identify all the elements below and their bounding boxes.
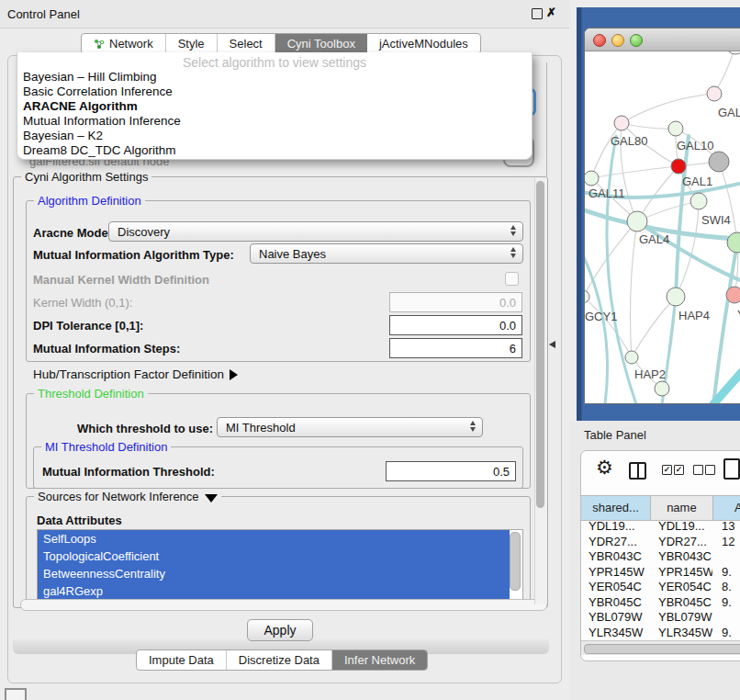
tab-select[interactable]: Select [218,34,275,53]
network-node-gray[interactable] [709,152,729,172]
which-threshold-combo[interactable]: MI Threshold [217,417,483,437]
network-node-GAL1[interactable] [671,159,686,174]
dpi-tolerance-field[interactable]: 0.0 [389,315,522,335]
table-row[interactable]: YBL079WYBL079W [581,610,740,626]
table-row[interactable]: YDR27...YDR27...12 [581,535,740,550]
float-window-icon[interactable] [532,8,543,19]
network-edge[interactable] [622,123,676,129]
mi-steps-label: Mutual Information Steps: [33,342,180,356]
network-node-Y[interactable] [726,287,740,303]
network-node-GAL[interactable] [707,86,722,101]
table-row[interactable]: YLR345WYLR345W9. [581,626,740,641]
table-cell: YPR145W [651,565,712,581]
tab-impute-data[interactable]: Impute Data [137,650,227,670]
table-row[interactable]: YPR145WYPR145W9. [581,565,740,581]
minimize-traffic-light-icon[interactable] [611,34,624,47]
network-node-GAL80[interactable] [614,116,629,130]
zoom-traffic-light-icon[interactable] [630,34,643,47]
tab-jactivemnodules[interactable]: jActiveMNodules [367,34,480,53]
network-node-HAP2[interactable] [625,351,638,364]
network-node-GAL11[interactable] [585,171,599,186]
column-header[interactable]: A [713,496,740,520]
control-panel-titlebar [0,0,569,28]
settings-horizontal-scrollbar[interactable] [20,599,547,611]
aracne-mode-combo[interactable]: Discovery [108,221,523,242]
node-label: HAP4 [678,309,710,322]
algorithm-option[interactable]: Bayesian – K2 [19,129,530,143]
network-window-titlebar[interactable] [585,28,740,51]
network-canvas-svg[interactable]: GALGAL80GAL10GAL1GAL11GAL4SWI4GCY1HAP4YH… [585,51,740,403]
table-row[interactable]: YBR043CYBR043C [581,549,740,565]
settings-scrollbar-thumb[interactable] [536,181,544,508]
network-window[interactable]: GALGAL80GAL10GAL1GAL11GAL4SWI4GCY1HAP4YH… [584,28,740,404]
algorithm-definition-title: Algorithm Definition [34,194,145,208]
control-tabbar: NetworkStyleSelectCyni ToolboxjActiveMNo… [81,33,481,54]
network-edge[interactable] [585,221,637,297]
attribute-item[interactable]: SelfLoops [38,530,510,548]
close-traffic-light-icon[interactable] [593,34,606,47]
network-edge-highlighted[interactable] [637,221,740,286]
manual-kernel-label: Manual Kernel Width Definition [33,273,209,287]
table-row[interactable]: YBR045CYBR045C9. [581,595,740,611]
mi-steps-field[interactable]: 6 [389,338,522,358]
network-edge[interactable] [591,123,622,178]
algorithm-option[interactable]: ARACNE Algorithm [19,99,530,114]
table-horizontal-scrollbar[interactable] [581,640,740,655]
table-cell [712,549,740,565]
hidden-groupbox-border [546,62,547,176]
attribute-item[interactable]: BetweennessCentrality [38,565,510,582]
algorithm-option[interactable]: Bayesian – Hill Climbing [19,70,530,85]
tab-network[interactable]: Network [82,34,166,53]
algorithm-option[interactable]: Mutual Information Inference [19,114,530,129]
network-edge[interactable] [585,297,632,357]
mi-threshold-field[interactable]: 0.5 [386,461,516,481]
network-node-green[interactable] [655,381,669,396]
network-node-SWI4[interactable] [690,193,707,209]
attributes-scrollbar[interactable] [510,532,521,591]
attribute-item[interactable]: TopologicalCoefficient [38,548,510,565]
mi-type-combo[interactable]: Naive Bayes [250,243,523,264]
network-node-white[interactable] [726,51,740,54]
network-node-green2[interactable] [727,232,740,253]
checked-pair-icon[interactable]: ✓ [662,465,672,475]
table-cell: YBR045C [581,595,651,611]
split-columns-icon[interactable] [629,462,646,480]
unchecked-pair-icon[interactable] [693,465,703,475]
manual-kernel-checkbox[interactable] [505,272,519,286]
unchecked-pair-icon[interactable] [705,465,715,475]
network-edge[interactable] [719,162,737,243]
table-cell: 9. [712,626,740,641]
document-icon[interactable] [723,458,740,480]
network-edge[interactable] [591,166,678,178]
data-attributes-list[interactable]: SelfLoopsTopologicalCoefficientBetweenne… [37,529,523,605]
minimized-window-icon[interactable] [5,688,27,700]
sources-toggle[interactable]: Sources for Network Inference [34,490,221,503]
network-node-HAP4[interactable] [667,288,685,306]
close-icon[interactable]: ✗ [546,6,556,19]
sources-title: Sources for Network Inference [38,490,199,503]
table-cell [712,610,740,626]
table-scrollbar-thumb[interactable] [584,644,740,654]
tab-discretize-data[interactable]: Discretize Data [227,650,332,670]
table-row[interactable]: YDL19...YDL19...13 [581,519,740,535]
tab-cyni-toolbox[interactable]: Cyni Toolbox [275,34,367,53]
network-edge[interactable] [630,221,637,357]
column-header[interactable]: name [651,496,712,520]
kernel-width-field[interactable]: 0.0 [389,292,522,312]
gear-icon[interactable]: ⚙ [596,457,613,479]
algorithm-option[interactable]: Dream8 DC_TDC Algorithm [19,143,530,158]
network-edge[interactable] [622,94,714,123]
table-row[interactable]: YER054CYER054C8. [581,580,740,595]
checked-pair-icon[interactable]: ✓ [674,465,684,475]
apply-button[interactable]: Apply [247,619,313,641]
algorithm-option[interactable]: Basic Correlation Inference [19,85,530,99]
hub-definition-toggle[interactable]: Hub/Transcription Factor Definition [33,367,238,381]
tab-style[interactable]: Style [166,34,218,53]
attribute-item[interactable]: gal4RGexp [38,582,510,600]
expand-right-icon [230,369,238,380]
tab-infer-network[interactable]: Infer Network [332,650,427,670]
column-header[interactable]: shared... [581,496,651,520]
network-node-GAL4[interactable] [627,211,647,231]
network-node-GAL10[interactable] [668,121,683,136]
node-label: GAL80 [611,134,647,148]
